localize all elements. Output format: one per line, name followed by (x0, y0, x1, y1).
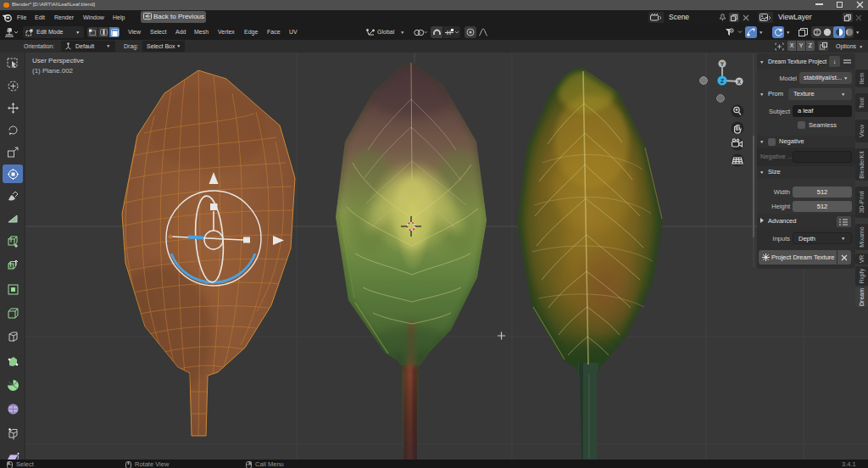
svg-text:Z: Z (721, 78, 724, 84)
svg-text:Y: Y (721, 61, 725, 67)
svg-text:X: X (737, 79, 742, 85)
